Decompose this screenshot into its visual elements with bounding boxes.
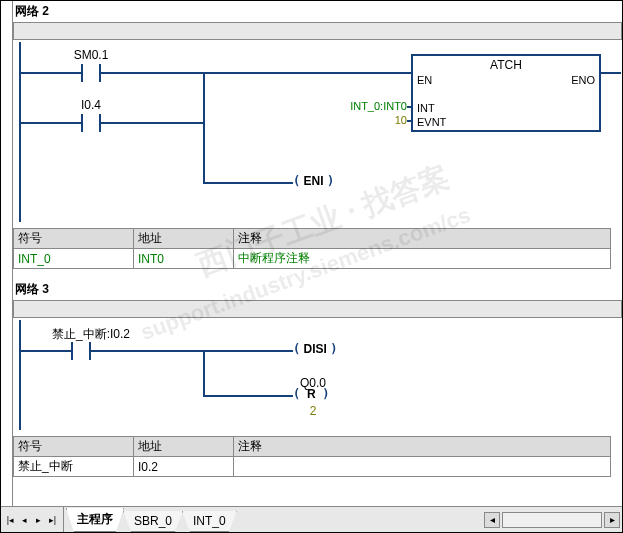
cell-symbol: INT_0 (14, 249, 134, 269)
wire (101, 122, 205, 124)
coil-label: ENI (304, 174, 324, 188)
tab-nav-last-icon[interactable]: ▸| (46, 512, 59, 528)
wire (203, 72, 205, 122)
network-2-ladder[interactable]: SM0.1 ATCH EN ENO INT EVNT INT_0:INT0 10 (13, 42, 622, 222)
wire (203, 182, 293, 184)
contact-i0-2[interactable]: 禁止_中断:I0.2 (71, 342, 91, 360)
left-rail (19, 42, 21, 222)
table-row[interactable]: 禁止_中断 I0.2 (14, 457, 611, 477)
wire (601, 72, 621, 74)
tab-bar: |◂ ◂ ▸ ▸| 主程序 SBR_0 INT_0 ◂ ▸ (1, 506, 622, 532)
network-2-title: 网络 2 (13, 1, 622, 22)
tab-main[interactable]: 主程序 (66, 508, 124, 532)
pin-int: INT (417, 102, 435, 114)
pin-value-int: INT_0:INT0 (331, 100, 407, 112)
col-address: 地址 (134, 437, 234, 457)
tab-nav: |◂ ◂ ▸ ▸| (1, 507, 64, 532)
horizontal-scrollbar[interactable]: ◂ ▸ (236, 507, 622, 532)
contact-label: SM0.1 (31, 48, 151, 62)
symbol-table-n2[interactable]: 符号 地址 注释 INT_0 INT0 中断程序注释 (13, 228, 611, 269)
network-3-comment-bar[interactable] (13, 300, 622, 318)
cell-symbol: 禁止_中断 (14, 457, 134, 477)
scroll-track[interactable] (502, 512, 602, 528)
editor-window: 网络 2 SM0.1 ATCH EN ENO INT EVNT (0, 0, 623, 533)
cell-address: INT0 (134, 249, 234, 269)
coil-disi[interactable]: ( DISI ) (293, 342, 338, 356)
pin-value-evnt: 10 (331, 114, 407, 126)
wire (203, 350, 205, 395)
pin-eno: ENO (571, 74, 595, 86)
tab-nav-next-icon[interactable]: ▸ (32, 512, 45, 528)
network-3-title: 网络 3 (13, 279, 622, 300)
wire (21, 122, 81, 124)
atch-block[interactable]: ATCH EN ENO INT EVNT (411, 54, 601, 132)
wire (407, 106, 411, 108)
cell-address: I0.2 (134, 457, 234, 477)
wire (407, 120, 411, 122)
contact-label: I0.4 (31, 98, 151, 112)
contact-i0-4[interactable]: I0.4 (81, 114, 101, 132)
table-row[interactable]: INT_0 INT0 中断程序注释 (14, 249, 611, 269)
cell-comment: 中断程序注释 (234, 249, 611, 269)
coil-reset[interactable]: ( R ) (293, 387, 329, 401)
tab-sbr0[interactable]: SBR_0 (123, 511, 183, 532)
wire (21, 350, 71, 352)
wire (91, 350, 293, 352)
reset-count: 2 (293, 404, 333, 418)
scroll-right-icon[interactable]: ▸ (604, 512, 620, 528)
tab-nav-prev-icon[interactable]: ◂ (18, 512, 31, 528)
scroll-left-icon[interactable]: ◂ (484, 512, 500, 528)
contact-sm0-1[interactable]: SM0.1 (81, 64, 101, 82)
coil-label: DISI (304, 342, 327, 356)
coil-label: R (307, 387, 316, 401)
content-area: 网络 2 SM0.1 ATCH EN ENO INT EVNT (13, 1, 622, 506)
col-comment: 注释 (234, 437, 611, 457)
coil-eni[interactable]: ( ENI ) (293, 174, 334, 188)
cell-comment (234, 457, 611, 477)
wire (21, 72, 81, 74)
col-symbol: 符号 (14, 229, 134, 249)
wire (203, 122, 205, 182)
col-comment: 注释 (234, 229, 611, 249)
network-3-ladder[interactable]: 禁止_中断:I0.2 ( DISI ) Q0.0 ( R ) 2 (13, 320, 622, 430)
col-address: 地址 (134, 229, 234, 249)
tab-nav-first-icon[interactable]: |◂ (4, 512, 17, 528)
wire (101, 72, 411, 74)
wire (203, 395, 293, 397)
network-2-comment-bar[interactable] (13, 22, 622, 40)
pin-en: EN (417, 74, 432, 86)
pin-evnt: EVNT (417, 116, 446, 128)
block-title: ATCH (413, 56, 599, 72)
gutter (1, 1, 13, 506)
col-symbol: 符号 (14, 437, 134, 457)
contact-label: 禁止_中断:I0.2 (13, 326, 171, 343)
tabs: 主程序 SBR_0 INT_0 (64, 507, 236, 532)
tab-int0[interactable]: INT_0 (182, 511, 237, 532)
symbol-table-n3[interactable]: 符号 地址 注释 禁止_中断 I0.2 (13, 436, 611, 477)
